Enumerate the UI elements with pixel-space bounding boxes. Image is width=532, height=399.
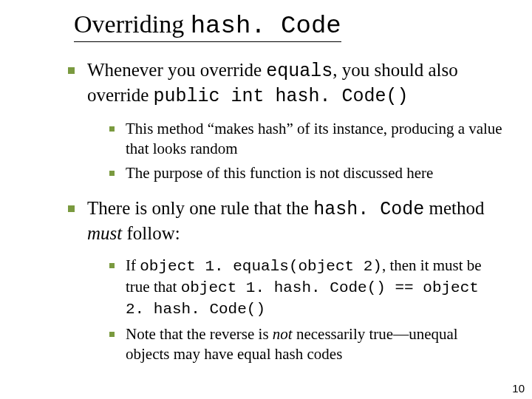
bullet-item: There is only one rule that the hash. Co… (66, 197, 502, 364)
slide-title: Overriding hash. Code (74, 10, 341, 38)
sub-bullet-text: The purpose of this function is not disc… (126, 164, 433, 182)
page-number: 10 (512, 382, 525, 395)
slide: Overriding hash. Code Whenever you overr… (0, 0, 532, 399)
sub-bullet-list: If object 1. equals(object 2), then it m… (87, 256, 502, 364)
sub-bullet-item: This method “makes hash” of its instance… (108, 119, 502, 159)
bullet-list: Whenever you override equals, you should… (22, 58, 502, 364)
sub-bullet-text: If object 1. equals(object 2), then it m… (126, 256, 482, 317)
sub-bullet-item: Note that the reverse is not necessarily… (108, 324, 502, 364)
title-text: Overriding (74, 10, 191, 38)
sub-bullet-item: The purpose of this function is not disc… (108, 163, 502, 183)
sub-bullet-list: This method “makes hash” of its instance… (87, 119, 502, 183)
title-underline: Overriding hash. Code (74, 10, 341, 42)
sub-bullet-text: Note that the reverse is not necessarily… (126, 325, 458, 363)
bullet-item: Whenever you override equals, you should… (66, 58, 502, 183)
sub-bullet-item: If object 1. equals(object 2), then it m… (108, 256, 502, 320)
title-code: hash. Code (191, 12, 341, 40)
sub-bullet-text: This method “makes hash” of its instance… (126, 120, 502, 157)
bullet-text: There is only one rule that the hash. Co… (87, 198, 484, 243)
bullet-text: Whenever you override equals, you should… (87, 60, 458, 105)
